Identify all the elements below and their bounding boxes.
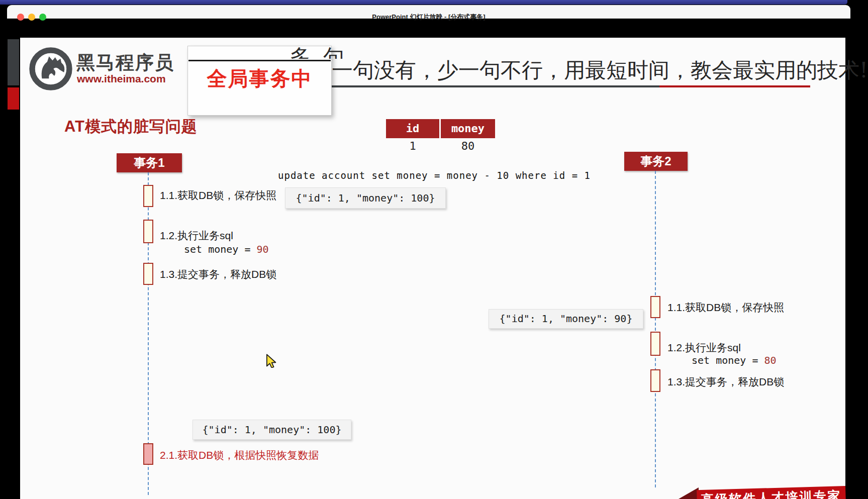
lane1-activation-bar-3: [143, 263, 153, 285]
table-cell-money: 80: [441, 139, 495, 154]
lane2-lifeline: [655, 171, 656, 487]
slogan-underline-gray: [289, 85, 659, 87]
screen: PowerPoint 幻灯片放映 - [分布式事务] 黑马程序员 www.ith…: [0, 0, 868, 499]
mouse-cursor: [265, 354, 277, 368]
popup-label: 全局事务中: [188, 65, 331, 92]
slogan-underline-red: [659, 85, 810, 87]
lane1-activation-bar-4: [143, 443, 153, 465]
lane2-activation-bar-1: [650, 296, 660, 318]
slide-title: AT模式的脏写问题: [64, 116, 198, 137]
window-titlebar[interactable]: PowerPoint 幻灯片放映 - [分布式事务]: [7, 5, 850, 19]
background-window-strip: [0, 0, 847, 5]
table-header-id: id: [386, 119, 439, 138]
left-decoration-red-bar: [8, 87, 19, 110]
lane2-activation-bar-2: [650, 332, 660, 356]
lane1-step3-label: 1.3.提交事务，释放DB锁: [160, 267, 276, 281]
snapshot-box-2: {"id": 1, "money": 90}: [489, 309, 643, 329]
lane1-step1-label: 1.1.获取DB锁，保存快照: [160, 188, 276, 203]
window-title: PowerPoint 幻灯片放映 - [分布式事务]: [7, 13, 850, 22]
lane1-step2-detail-prefix: set money =: [184, 243, 257, 255]
sql-statement: update account set money = money - 10 wh…: [278, 170, 591, 181]
lane2-activation-bar-3: [650, 369, 660, 392]
table-header-money: money: [441, 119, 495, 138]
lane1-activation-bar-2: [143, 220, 153, 243]
lane1-step2-detail: set money = 90: [184, 243, 269, 255]
lane2-step1-label: 1.1.获取DB锁，保存快照: [667, 301, 784, 315]
clipped-glyph-fragment-left: 多: [290, 46, 313, 59]
ribbon-label: 高级软件人才培训专家: [697, 487, 846, 499]
lane2-step2-label: 1.2.执行业务sql: [667, 341, 741, 355]
lane1-step2-new-value: 90: [257, 243, 269, 255]
snapshot-box-1: {"id": 1, "money": 100}: [285, 187, 446, 209]
logo-brand-text: 黑马程序员: [76, 50, 174, 75]
logo-site-url: www.itheima.com: [77, 73, 166, 85]
lane2-step3-label: 1.3.提交事务，释放DB锁: [667, 375, 784, 389]
lane1-step2-label: 1.2.执行业务sql: [160, 229, 233, 243]
lane2-step2-detail: set money = 80: [692, 354, 777, 366]
lane2-step2-new-value: 80: [764, 354, 777, 366]
lane1-header: 事务1: [117, 153, 182, 172]
itheima-horse-logo-icon: [29, 47, 73, 91]
clipped-glyph-fragment-right: 句: [323, 46, 346, 59]
lane1-step4-label: 2.1.获取DB锁，根据快照恢复数据: [160, 448, 319, 462]
slogan-text: 一句没有，少一句不行，用最短时间，教会最实用的技术!: [332, 56, 824, 84]
popup-divider-line: [188, 60, 331, 61]
lane1-activation-bar-1: [143, 185, 153, 207]
snapshot-box-3: {"id": 1, "money": 100}: [192, 420, 351, 440]
lane2-step2-detail-prefix: set money =: [692, 354, 764, 366]
table-cell-id: 1: [386, 139, 439, 154]
lane2-header: 事务2: [624, 152, 688, 171]
left-decoration-gray-bar: [8, 39, 19, 85]
